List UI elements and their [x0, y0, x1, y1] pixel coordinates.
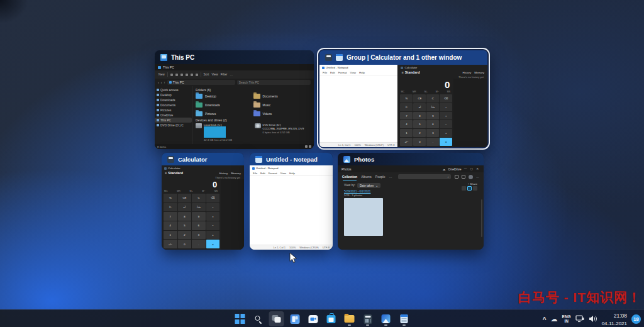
photos-tab: Albums: [361, 175, 372, 179]
photos-scrollbar: [481, 199, 482, 237]
explorer-sidebar-item: This PC: [155, 118, 192, 123]
group-notepad-preview: Untitled - Notepad FileEditFormatViewHel…: [319, 65, 398, 147]
calc-key: 2: [413, 129, 426, 137]
explorer-sidebar-item: Desktop: [155, 92, 192, 97]
calc-key: CE: [413, 94, 426, 103]
devices-header: Devices and drives (2): [196, 118, 311, 122]
calc-key: +/−: [164, 240, 177, 248]
calc-memory-key: MR: [177, 190, 180, 192]
date-range-link: 5/29/2021 - 6/2/2021: [344, 190, 477, 193]
up-icon: ↑: [164, 80, 165, 84]
chevron-down-icon: ⌄: [375, 184, 378, 187]
calc-memory-key: M−: [202, 190, 205, 192]
network-icon[interactable]: [575, 315, 584, 323]
folder-tile: Desktop: [196, 92, 253, 100]
thumbnail-this-pc[interactable]: This PC This PC New Sort View Filter …: [155, 50, 314, 149]
thumbnail-this-pc-title: This PC: [171, 54, 194, 61]
calc-key: ⌫: [440, 94, 452, 103]
mouse-cursor: [289, 252, 297, 263]
widgets-button[interactable]: [287, 311, 303, 326]
calc-key: ÷: [206, 203, 220, 212]
onedrive-cloud-icon: ☁: [443, 167, 446, 171]
calc-key: ÷: [440, 103, 452, 111]
running-indicator: [402, 324, 406, 326]
dvd-drive-tile: DVD Drive (D:) CCCOMA_X64FRE_EN-US_DV9 0…: [255, 123, 311, 134]
memory-tab: Memory: [231, 172, 241, 175]
calc-key: ×: [440, 112, 452, 120]
explorer-window-title: This PC: [163, 65, 174, 69]
back-icon: ‹: [158, 80, 159, 84]
onedrive-tray-icon[interactable]: ☁: [551, 315, 558, 323]
tray-date: 04-11-2021: [602, 321, 627, 326]
language-indicator[interactable]: ENG IN: [562, 314, 571, 323]
desktop-task-view: This PC This PC New Sort View Filter …: [0, 0, 644, 327]
calc-keypad: %CEC⌫¹⁄ₓx²²√x÷789×456−123++/−0.=: [164, 194, 219, 248]
chat-button[interactable]: [306, 311, 321, 326]
tray-overflow-button[interactable]: ^: [543, 316, 547, 323]
see-more-icon: …: [476, 175, 479, 179]
store-button[interactable]: [324, 311, 339, 326]
calc-key: %: [400, 94, 413, 103]
clock[interactable]: 21:08 04-11-2021: [602, 311, 627, 326]
notepad-window-icon: [322, 67, 325, 69]
notepad-button[interactable]: [397, 311, 412, 326]
tabs-more-button: …: [389, 175, 392, 179]
import-icon: [455, 175, 458, 179]
calc-key: 4: [400, 120, 413, 128]
folder-icon: [253, 111, 260, 116]
folders-grid: Desktop Documents Downloads Music: [196, 92, 311, 118]
calculator-button[interactable]: [360, 311, 375, 326]
file-explorer-button[interactable]: [342, 311, 357, 326]
thumbnail-notepad[interactable]: Untitled - Notepad Untitled - Notepad Fi…: [250, 153, 333, 250]
start-button[interactable]: [233, 311, 248, 326]
notepad-text-area: [319, 75, 397, 142]
calc-key: 6: [426, 120, 439, 128]
calc-memory-key: M+: [425, 91, 428, 93]
list-view-icon: [305, 145, 308, 148]
thumbnail-photos-title: Photos: [354, 156, 374, 163]
view-by-label: View by:: [344, 184, 355, 187]
photos-window-title: Photos: [341, 167, 352, 171]
local-disk-tile: Local Disk (C:) 42.3 GB free of 50.2 GB: [196, 123, 252, 134]
explorer-sidebar: Quick access Desktop Downloads Documents…: [155, 86, 192, 144]
calc-memory-key: MC: [401, 91, 404, 93]
volume-icon[interactable]: [589, 315, 597, 323]
more-button: …: [230, 73, 233, 76]
copy-icon: [175, 74, 178, 76]
paste-icon: [180, 74, 183, 76]
explorer-sidebar-item: DVD Drive (D:) C: [155, 123, 192, 128]
select-icon: [462, 175, 465, 179]
calc-key: C: [192, 194, 206, 202]
thumbnail-group-header: Group | Calculator and 1 other window: [319, 50, 487, 65]
search-button[interactable]: [251, 311, 266, 326]
notepad-menu-item: View: [280, 172, 286, 175]
explorer-status-bar: 8 items: [155, 144, 314, 149]
thumbnail-calculator[interactable]: Calculator Calculator ≡Standard History …: [162, 153, 244, 250]
thumbnail-calculator-title: Calculator: [178, 156, 207, 163]
explorer-sidebar-item: Pictures: [155, 108, 192, 113]
calc-key: x²: [178, 203, 192, 212]
photos-button[interactable]: [379, 311, 394, 326]
new-button: New: [158, 73, 165, 76]
thumbnail-this-pc-header: This PC: [155, 50, 314, 64]
notepad-app-icon: [255, 156, 262, 163]
explorer-search-box: Search This PC: [237, 80, 311, 85]
task-view-button[interactable]: [269, 311, 284, 326]
calc-display: 0: [164, 179, 219, 190]
this-pc-icon: [160, 54, 167, 61]
task-view-icon: [272, 315, 281, 323]
calc-memory-key: MS: [447, 91, 450, 93]
notepad-status-bar: Ln 1, Col 1100%Windows (CRLF)UTF-8: [250, 245, 333, 250]
forward-icon: ›: [161, 80, 162, 84]
calc-memory-key: MR: [413, 91, 416, 93]
thumbnail-photos[interactable]: Photos Photos ☁ OneDrive — ▢ ✕ Collectio…: [338, 153, 484, 250]
thumbnail-group-snap[interactable]: Group | Calculator and 1 other window Un…: [317, 48, 490, 150]
calc-memory-key: M+: [189, 190, 192, 192]
thumbnail-notepad-header: Untitled - Notepad: [250, 153, 333, 165]
search-icon: [254, 315, 262, 323]
calc-memory-key: MC: [164, 190, 168, 192]
photo-group-count: 5/29 · 5 photos: [344, 194, 477, 197]
notepad-status-segment: Ln 1, Col 1: [338, 143, 350, 147]
notepad-menu-item: Format: [269, 172, 277, 175]
notification-badge[interactable]: 18: [631, 314, 641, 324]
